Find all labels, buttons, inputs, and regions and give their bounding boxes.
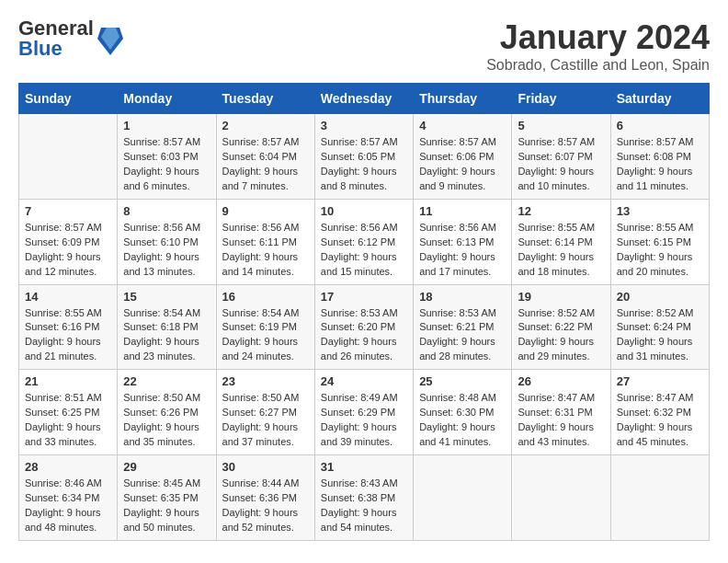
calendar-cell: 16Sunrise: 8:54 AM Sunset: 6:19 PM Dayli… [216, 284, 314, 370]
day-number: 24 [321, 374, 407, 388]
cell-content: Sunrise: 8:55 AM Sunset: 6:16 PM Dayligh… [25, 306, 111, 365]
cell-content: Sunrise: 8:50 AM Sunset: 6:27 PM Dayligh… [222, 391, 309, 450]
cell-content: Sunrise: 8:54 AM Sunset: 6:18 PM Dayligh… [123, 306, 210, 365]
day-number: 14 [25, 290, 111, 304]
day-number: 31 [321, 460, 407, 474]
calendar-cell: 11Sunrise: 8:56 AM Sunset: 6:13 PM Dayli… [414, 199, 512, 284]
calendar-cell: 30Sunrise: 8:44 AM Sunset: 6:36 PM Dayli… [216, 455, 314, 541]
logo-line1: General [18, 18, 94, 39]
calendar-cell: 4Sunrise: 8:57 AM Sunset: 6:06 PM Daylig… [414, 114, 512, 200]
calendar-cell: 5Sunrise: 8:57 AM Sunset: 6:07 PM Daylig… [512, 114, 610, 200]
calendar-cell: 21Sunrise: 8:51 AM Sunset: 6:25 PM Dayli… [19, 370, 118, 455]
calendar-week-row: 28Sunrise: 8:46 AM Sunset: 6:34 PM Dayli… [19, 455, 710, 541]
weekday-header: Friday [512, 84, 610, 114]
cell-content: Sunrise: 8:57 AM Sunset: 6:03 PM Dayligh… [123, 135, 210, 194]
calendar-cell: 24Sunrise: 8:49 AM Sunset: 6:29 PM Dayli… [314, 370, 413, 455]
calendar-cell [19, 114, 118, 200]
calendar-week-row: 14Sunrise: 8:55 AM Sunset: 6:16 PM Dayli… [19, 284, 710, 370]
cell-content: Sunrise: 8:56 AM Sunset: 6:13 PM Dayligh… [419, 221, 506, 280]
day-number: 16 [222, 290, 309, 304]
cell-content: Sunrise: 8:53 AM Sunset: 6:20 PM Dayligh… [321, 306, 407, 365]
logo-line2: Blue [18, 39, 94, 59]
calendar-cell: 29Sunrise: 8:45 AM Sunset: 6:35 PM Dayli… [118, 455, 216, 541]
location-subtitle: Sobrado, Castille and Leon, Spain [486, 57, 710, 74]
cell-content: Sunrise: 8:57 AM Sunset: 6:05 PM Dayligh… [321, 135, 407, 194]
calendar-cell: 1Sunrise: 8:57 AM Sunset: 6:03 PM Daylig… [118, 114, 216, 200]
day-number: 4 [419, 119, 506, 132]
cell-content: Sunrise: 8:47 AM Sunset: 6:32 PM Dayligh… [617, 391, 703, 450]
cell-content: Sunrise: 8:56 AM Sunset: 6:12 PM Dayligh… [321, 221, 407, 280]
weekday-header: Sunday [19, 84, 118, 114]
day-number: 19 [518, 290, 604, 304]
cell-content: Sunrise: 8:44 AM Sunset: 6:36 PM Dayligh… [222, 477, 309, 535]
weekday-header: Saturday [610, 84, 709, 114]
calendar-cell: 2Sunrise: 8:57 AM Sunset: 6:04 PM Daylig… [216, 114, 314, 200]
day-number: 12 [518, 204, 604, 218]
cell-content: Sunrise: 8:50 AM Sunset: 6:26 PM Dayligh… [123, 391, 210, 450]
day-number: 11 [419, 204, 506, 218]
day-number: 29 [123, 460, 210, 474]
day-number: 13 [617, 204, 703, 218]
day-number: 6 [617, 119, 703, 132]
calendar-cell [610, 455, 709, 541]
cell-content: Sunrise: 8:52 AM Sunset: 6:24 PM Dayligh… [617, 306, 703, 365]
calendar-cell: 3Sunrise: 8:57 AM Sunset: 6:05 PM Daylig… [314, 114, 413, 200]
calendar-cell [512, 455, 610, 541]
weekday-header: Tuesday [216, 84, 314, 114]
calendar-cell: 6Sunrise: 8:57 AM Sunset: 6:08 PM Daylig… [610, 114, 709, 200]
day-number: 3 [321, 119, 407, 132]
cell-content: Sunrise: 8:43 AM Sunset: 6:38 PM Dayligh… [321, 477, 407, 535]
calendar-cell: 28Sunrise: 8:46 AM Sunset: 6:34 PM Dayli… [19, 455, 118, 541]
cell-content: Sunrise: 8:48 AM Sunset: 6:30 PM Dayligh… [419, 391, 506, 450]
calendar-cell: 18Sunrise: 8:53 AM Sunset: 6:21 PM Dayli… [414, 284, 512, 370]
cell-content: Sunrise: 8:51 AM Sunset: 6:25 PM Dayligh… [25, 391, 111, 450]
day-number: 25 [419, 374, 506, 388]
weekday-header-row: SundayMondayTuesdayWednesdayThursdayFrid… [19, 84, 710, 114]
calendar-week-row: 1Sunrise: 8:57 AM Sunset: 6:03 PM Daylig… [19, 114, 710, 200]
day-number: 18 [419, 290, 506, 304]
day-number: 15 [123, 290, 210, 304]
day-number: 30 [222, 460, 309, 474]
day-number: 7 [25, 204, 111, 218]
calendar-cell: 15Sunrise: 8:54 AM Sunset: 6:18 PM Dayli… [118, 284, 216, 370]
day-number: 21 [25, 374, 111, 388]
cell-content: Sunrise: 8:54 AM Sunset: 6:19 PM Dayligh… [222, 306, 309, 365]
day-number: 2 [222, 119, 309, 132]
calendar-cell [414, 455, 512, 541]
cell-content: Sunrise: 8:56 AM Sunset: 6:11 PM Dayligh… [222, 221, 309, 280]
cell-content: Sunrise: 8:57 AM Sunset: 6:08 PM Dayligh… [617, 135, 703, 194]
weekday-header: Thursday [414, 84, 512, 114]
cell-content: Sunrise: 8:57 AM Sunset: 6:07 PM Dayligh… [518, 135, 604, 194]
day-number: 8 [123, 204, 210, 218]
weekday-header: Monday [118, 84, 216, 114]
logo-icon [97, 22, 123, 55]
cell-content: Sunrise: 8:55 AM Sunset: 6:15 PM Dayligh… [617, 221, 703, 280]
day-number: 26 [518, 374, 604, 388]
logo: General Blue [18, 18, 123, 59]
day-number: 22 [123, 374, 210, 388]
day-number: 28 [25, 460, 111, 474]
day-number: 10 [321, 204, 407, 218]
cell-content: Sunrise: 8:53 AM Sunset: 6:21 PM Dayligh… [419, 306, 506, 365]
calendar-cell: 17Sunrise: 8:53 AM Sunset: 6:20 PM Dayli… [314, 284, 413, 370]
calendar-cell: 19Sunrise: 8:52 AM Sunset: 6:22 PM Dayli… [512, 284, 610, 370]
cell-content: Sunrise: 8:52 AM Sunset: 6:22 PM Dayligh… [518, 306, 604, 365]
calendar-cell: 22Sunrise: 8:50 AM Sunset: 6:26 PM Dayli… [118, 370, 216, 455]
cell-content: Sunrise: 8:47 AM Sunset: 6:31 PM Dayligh… [518, 391, 604, 450]
calendar-cell: 27Sunrise: 8:47 AM Sunset: 6:32 PM Dayli… [610, 370, 709, 455]
calendar-cell: 7Sunrise: 8:57 AM Sunset: 6:09 PM Daylig… [19, 199, 118, 284]
calendar-cell: 12Sunrise: 8:55 AM Sunset: 6:14 PM Dayli… [512, 199, 610, 284]
calendar-cell: 8Sunrise: 8:56 AM Sunset: 6:10 PM Daylig… [118, 199, 216, 284]
cell-content: Sunrise: 8:45 AM Sunset: 6:35 PM Dayligh… [123, 477, 210, 535]
calendar-cell: 9Sunrise: 8:56 AM Sunset: 6:11 PM Daylig… [216, 199, 314, 284]
cell-content: Sunrise: 8:49 AM Sunset: 6:29 PM Dayligh… [321, 391, 407, 450]
day-number: 5 [518, 119, 604, 132]
cell-content: Sunrise: 8:56 AM Sunset: 6:10 PM Dayligh… [123, 221, 210, 280]
day-number: 17 [321, 290, 407, 304]
calendar-week-row: 7Sunrise: 8:57 AM Sunset: 6:09 PM Daylig… [19, 199, 710, 284]
calendar-cell: 31Sunrise: 8:43 AM Sunset: 6:38 PM Dayli… [314, 455, 413, 541]
title-area: January 2024 Sobrado, Castille and Leon,… [486, 18, 710, 74]
day-number: 20 [617, 290, 703, 304]
calendar-week-row: 21Sunrise: 8:51 AM Sunset: 6:25 PM Dayli… [19, 370, 710, 455]
calendar-cell: 23Sunrise: 8:50 AM Sunset: 6:27 PM Dayli… [216, 370, 314, 455]
